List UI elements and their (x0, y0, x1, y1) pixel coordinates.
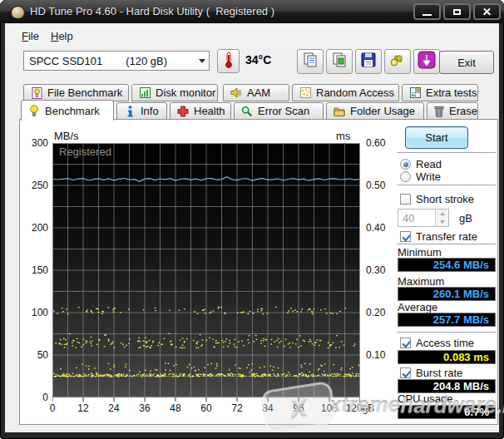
extra-tests-icon (409, 87, 421, 99)
speaker-icon (230, 87, 242, 99)
average-label: Average (398, 301, 437, 313)
menu-help[interactable]: Help (47, 28, 77, 44)
right-axis-unit: ms (336, 130, 350, 142)
axis-tick-label: 0.60 (366, 137, 385, 149)
axis-tick-label: 150 (20, 264, 48, 276)
keys-icon (389, 52, 406, 72)
menu-file[interactable]: File (18, 28, 42, 44)
maximum-value: 260.1 MB/s (398, 287, 496, 301)
drive-select-dropdown[interactable]: SPCC SSD101 (120 gB) (23, 51, 210, 71)
drive-name: SPCC SSD101 (29, 55, 102, 67)
read-radio[interactable] (400, 159, 411, 170)
axis-tick-label: 300 (20, 137, 48, 149)
tab-health[interactable]: Health (170, 102, 231, 120)
short-stroke-size-spinner[interactable]: 40 (398, 209, 449, 227)
write-radio[interactable] (400, 171, 411, 182)
read-label: Read (416, 158, 442, 170)
axis-tick-label: 120gB (342, 402, 378, 414)
copy-image-button[interactable] (326, 49, 353, 74)
info-icon (124, 106, 136, 117)
hdtune-window: HD Tune Pro 4.60 - Hard Disk Utility ( R… (0, 0, 504, 439)
temperature-button[interactable] (217, 49, 240, 73)
window-title: HD Tune Pro 4.60 - Hard Disk Utility ( R… (30, 5, 274, 17)
axis-tick-label: 200 (20, 222, 48, 234)
menu-bar (5, 25, 499, 45)
access-time-value: 0.083 ms (398, 350, 496, 364)
benchmark-icon (28, 105, 40, 116)
copy-text-button[interactable] (297, 49, 324, 74)
short-stroke-label: Short stroke (416, 193, 474, 205)
write-label: Write (416, 170, 441, 183)
registered-watermark: Registered (59, 146, 111, 158)
average-value: 257.7 MB/s (398, 313, 496, 327)
maximize-icon (453, 9, 461, 15)
separator (397, 332, 496, 335)
axis-tick-label: 0.20 (366, 307, 385, 318)
short-stroke-size-value: 40 (398, 210, 435, 226)
health-cross-icon (177, 106, 189, 117)
close-button[interactable] (473, 3, 501, 20)
short-stroke-unit: gB (459, 212, 472, 224)
minimize-button[interactable] (413, 3, 441, 20)
left-axis-unit: MB/s (54, 130, 79, 142)
separator (397, 152, 496, 155)
spin-up-icon (440, 212, 445, 215)
axis-tick-label: 100 (20, 307, 48, 318)
maximum-label: Maximum (398, 275, 444, 288)
separator (397, 185, 496, 188)
title-bar: HD Tune Pro 4.60 - Hard Disk Utility ( R… (0, 0, 504, 23)
minimum-label: Minimum (398, 246, 442, 259)
tab-disk-monitor[interactable]: Disk monitor (131, 84, 218, 101)
drive-capacity: (120 gB) (126, 55, 167, 67)
close-icon (482, 7, 492, 17)
tab-extra-tests[interactable]: Extra tests (402, 84, 478, 101)
update-button[interactable] (413, 49, 440, 74)
access-time-checkbox[interactable] (400, 338, 411, 348)
copy-image-icon (331, 52, 348, 72)
random-access-icon (299, 87, 311, 99)
transfer-rate-checkbox[interactable] (400, 231, 411, 242)
burst-rate-checkbox[interactable] (400, 367, 411, 378)
save-button[interactable] (355, 49, 382, 74)
minimum-value: 254.6 MB/s (398, 258, 496, 272)
cpu-usage-label: CPU usage (398, 392, 452, 405)
axis-tick-label: 250 (20, 180, 48, 191)
transfer-rate-label: Transfer rate (416, 230, 477, 243)
tab-aam[interactable]: AAM (223, 84, 289, 101)
download-arrow-icon (418, 51, 436, 72)
spin-down-icon (440, 220, 445, 224)
copy-text-icon (302, 52, 319, 72)
tab-random-access[interactable]: Random Access (292, 84, 399, 101)
spinner-arrows[interactable] (435, 210, 448, 226)
burst-rate-label: Burst rate (416, 367, 462, 379)
tab-erase[interactable]: Erase (427, 102, 478, 120)
axis-tick-label: 50 (20, 349, 48, 361)
axis-tick-label: 0.50 (366, 180, 385, 191)
minimize-icon (422, 14, 432, 16)
disk-monitor-icon (139, 87, 151, 99)
tab-info[interactable]: Info (116, 102, 167, 120)
trash-icon (434, 106, 444, 117)
tab-error-scan[interactable]: Error Scan (234, 102, 324, 120)
axis-tick-label: 0.40 (366, 222, 385, 234)
axis-tick-label: 0 (20, 392, 48, 403)
thermometer-icon (223, 52, 235, 72)
access-time-label: Access time (416, 337, 474, 349)
exit-button[interactable]: Exit (439, 51, 494, 74)
temperature-value: 34°C (245, 53, 271, 67)
tab-file-benchmark[interactable]: File Benchmark (23, 84, 129, 101)
tab-folder-usage[interactable]: Folder Usage (326, 102, 424, 120)
burst-rate-value: 204.8 MB/s (398, 379, 496, 393)
save-icon (360, 52, 377, 72)
chevron-down-icon (199, 59, 205, 63)
maximize-button[interactable] (443, 3, 471, 20)
start-button[interactable]: Start (405, 126, 468, 149)
folder-icon (334, 106, 345, 117)
axis-tick-label: 0.10 (366, 349, 385, 361)
short-stroke-checkbox[interactable] (400, 194, 411, 205)
options-button[interactable] (384, 49, 411, 74)
file-benchmark-icon (31, 87, 42, 99)
app-icon (11, 6, 25, 19)
tab-benchmark[interactable]: Benchmark (21, 100, 114, 121)
cpu-usage-value: 0.7% (398, 405, 496, 419)
